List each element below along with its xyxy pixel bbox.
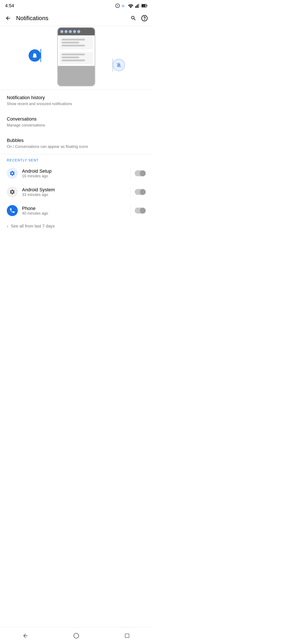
google-icon: G bbox=[122, 4, 126, 8]
see-all-row[interactable]: › See all from last 7 days bbox=[0, 220, 152, 232]
phone-info: Phone 40 minutes ago bbox=[22, 206, 126, 216]
android-setup-time: 16 minutes ago bbox=[22, 174, 126, 178]
android-setup-divider bbox=[130, 168, 130, 178]
back-button[interactable] bbox=[4, 14, 13, 23]
see-all-chevron-icon: › bbox=[7, 224, 8, 228]
android-setup-icon bbox=[9, 170, 15, 176]
android-system-name: Android System bbox=[22, 187, 126, 192]
status-icons: ! G bbox=[115, 4, 148, 8]
svg-rect-8 bbox=[146, 5, 148, 6]
svg-rect-4 bbox=[136, 5, 137, 8]
svg-rect-5 bbox=[138, 4, 138, 8]
phone-card-2 bbox=[60, 52, 93, 64]
android-setup-toggle[interactable] bbox=[135, 170, 146, 176]
android-system-time: 33 minutes ago bbox=[22, 192, 126, 197]
notification-status-icon: ! bbox=[115, 4, 120, 8]
phone-item[interactable]: Phone 40 minutes ago bbox=[0, 201, 152, 220]
phone-icon bbox=[9, 208, 15, 214]
search-button[interactable] bbox=[129, 14, 138, 23]
help-button[interactable] bbox=[140, 14, 149, 23]
notification-history-item[interactable]: Notification history Show recent and sno… bbox=[0, 90, 152, 111]
bubbles-item[interactable]: Bubbles On / Conversations can appear as… bbox=[0, 132, 152, 154]
battery-icon bbox=[142, 4, 148, 8]
android-setup-icon-wrap bbox=[7, 168, 18, 179]
svg-text:G: G bbox=[122, 4, 124, 8]
page-title: Notifications bbox=[16, 15, 126, 22]
phone-divider bbox=[130, 206, 130, 216]
notification-history-title: Notification history bbox=[7, 95, 146, 100]
settings-list: Notification history Show recent and sno… bbox=[0, 90, 152, 154]
phone-icon-wrap bbox=[7, 205, 18, 216]
svg-rect-3 bbox=[135, 6, 136, 8]
phone-toggle-thumb bbox=[140, 208, 146, 213]
android-system-divider bbox=[130, 187, 130, 197]
svg-rect-6 bbox=[139, 4, 140, 8]
signal-icon bbox=[135, 4, 140, 8]
svg-point-11 bbox=[144, 20, 144, 20]
android-system-icon-wrap bbox=[7, 186, 18, 198]
android-setup-info: Android Setup 16 minutes ago bbox=[22, 168, 126, 178]
hero-illustration bbox=[0, 26, 152, 90]
android-system-info: Android System 33 minutes ago bbox=[22, 187, 126, 197]
bell-active-icon bbox=[28, 49, 41, 62]
android-system-toggle[interactable] bbox=[135, 189, 146, 195]
android-setup-toggle-thumb bbox=[140, 170, 146, 176]
phone-toggle[interactable] bbox=[135, 208, 146, 214]
phone-top-bar bbox=[58, 28, 95, 36]
app-bar: Notifications bbox=[0, 10, 152, 26]
status-bar: 4:54 ! G bbox=[0, 0, 152, 10]
conversations-item[interactable]: Conversations Manage conversations bbox=[0, 111, 152, 132]
android-system-icon bbox=[9, 189, 15, 195]
see-all-text: See all from last 7 days bbox=[11, 224, 55, 228]
phone-name: Phone bbox=[22, 206, 126, 211]
android-setup-name: Android Setup bbox=[22, 168, 126, 174]
phone-card-1 bbox=[60, 37, 93, 49]
bubbles-subtitle: On / Conversations can appear as floatin… bbox=[7, 144, 146, 149]
bubbles-title: Bubbles bbox=[7, 138, 146, 143]
bell-silent-icon bbox=[113, 59, 125, 71]
app-bar-actions bbox=[129, 14, 149, 23]
android-system-toggle-thumb bbox=[140, 189, 146, 195]
wifi-icon bbox=[128, 4, 134, 8]
phone-bottom bbox=[58, 66, 95, 86]
status-time: 4:54 bbox=[5, 3, 14, 8]
android-setup-item[interactable]: Android Setup 16 minutes ago bbox=[0, 164, 152, 182]
svg-text:!: ! bbox=[117, 4, 118, 8]
notification-history-subtitle: Show recent and snoozed notifications bbox=[7, 102, 146, 106]
conversations-title: Conversations bbox=[7, 116, 146, 122]
android-system-item[interactable]: Android System 33 minutes ago bbox=[0, 182, 152, 201]
conversations-subtitle: Manage conversations bbox=[7, 123, 146, 128]
recently-sent-header: RECENTLY SENT bbox=[0, 154, 152, 164]
phone-time: 40 minutes ago bbox=[22, 211, 126, 216]
phone-mockup bbox=[57, 27, 95, 86]
